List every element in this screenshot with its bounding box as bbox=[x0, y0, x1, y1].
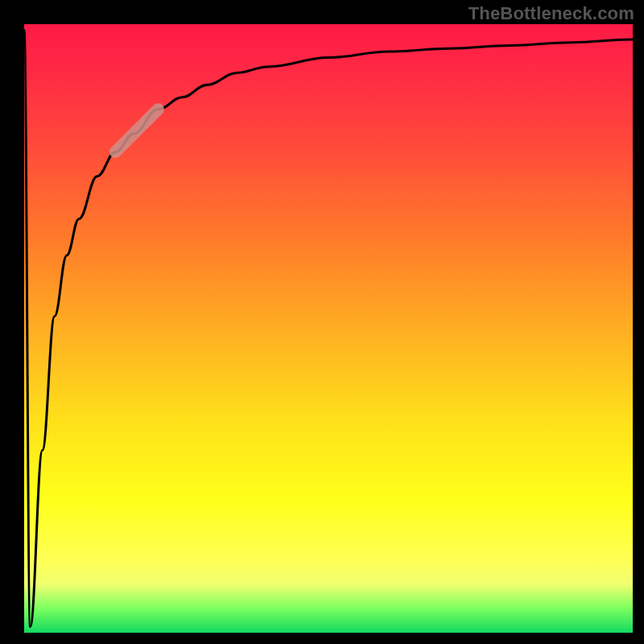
watermark: TheBottleneck.com bbox=[469, 3, 634, 24]
chart-container: TheBottleneck.com bbox=[0, 0, 644, 644]
plot-area bbox=[24, 24, 633, 633]
